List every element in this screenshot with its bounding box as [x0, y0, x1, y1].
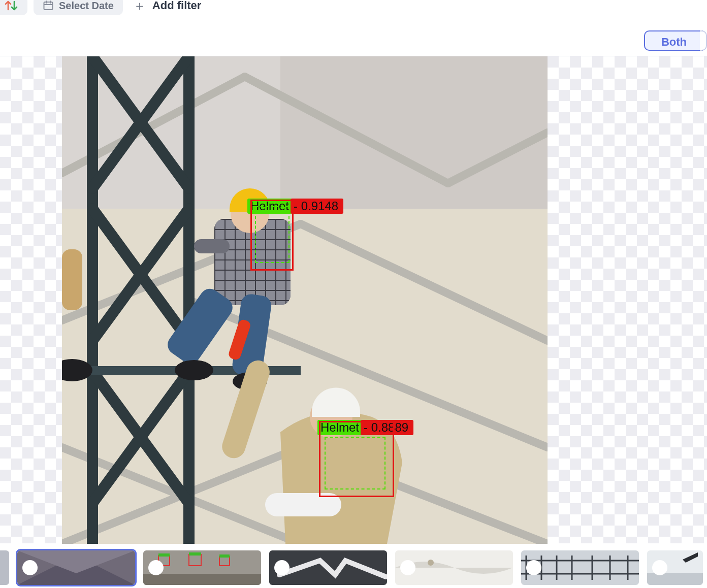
sort-arrows-icon	[4, 0, 18, 12]
detection-1-box[interactable]	[250, 200, 294, 271]
detection-2-pred-box	[325, 437, 385, 489]
add-filter-label: Add filter	[152, 0, 202, 12]
image-stage: Helmet - 0.9148 Helmet - 0.8889	[62, 56, 548, 544]
thumbnail-3-status-dot	[274, 560, 290, 575]
sort-button[interactable]	[0, 0, 27, 15]
select-date-button[interactable]: Select Date	[34, 0, 123, 15]
svg-rect-28	[194, 239, 230, 253]
thumbnail-6[interactable]	[647, 550, 703, 585]
thumbnail-5-status-dot	[526, 560, 541, 575]
detection-1-pred-box	[255, 206, 290, 263]
thumbnail-1-status-dot	[22, 560, 38, 575]
thumbnail-1[interactable]	[17, 550, 135, 585]
view-toggle-both-label: Both	[661, 36, 687, 48]
scene-illustration	[62, 56, 548, 544]
svg-rect-42	[0, 550, 9, 585]
svg-rect-51	[189, 552, 201, 556]
select-date-label: Select Date	[59, 0, 114, 12]
detection-2-box[interactable]	[319, 421, 394, 497]
thumbnail-strip[interactable]	[0, 546, 707, 588]
thumbnail-6-status-dot	[652, 560, 667, 575]
view-toggle-next-fragment[interactable]	[700, 30, 707, 51]
svg-rect-52	[219, 554, 230, 558]
svg-point-31	[175, 360, 213, 380]
image-viewer[interactable]: Helmet - 0.9148 Helmet - 0.8889	[0, 56, 707, 543]
view-toggle-row: Both	[0, 20, 707, 56]
svg-rect-53	[143, 574, 261, 585]
thumbnail-5[interactable]	[521, 550, 639, 585]
thumbnail-4-status-dot	[400, 560, 415, 575]
detection-1-score: - 0.9148	[291, 199, 343, 214]
svg-point-56	[428, 560, 434, 566]
view-toggle-both[interactable]: Both	[644, 30, 703, 51]
thumbnail-0[interactable]	[0, 550, 9, 585]
plus-icon: ＋	[133, 0, 146, 12]
svg-rect-50	[158, 553, 170, 557]
calendar-icon	[43, 0, 54, 11]
svg-rect-68	[647, 573, 703, 585]
thumbnail-2[interactable]	[143, 550, 261, 585]
svg-rect-0	[44, 2, 53, 10]
toolbar: Select Date ＋ Add filter	[0, 0, 707, 20]
add-filter-button[interactable]: ＋ Add filter	[129, 0, 206, 15]
thumbnail-4[interactable]	[395, 550, 513, 585]
svg-marker-6	[280, 56, 548, 209]
svg-rect-38	[62, 249, 82, 310]
thumbnail-2-status-dot	[148, 560, 164, 575]
thumbnail-3[interactable]	[269, 550, 387, 585]
